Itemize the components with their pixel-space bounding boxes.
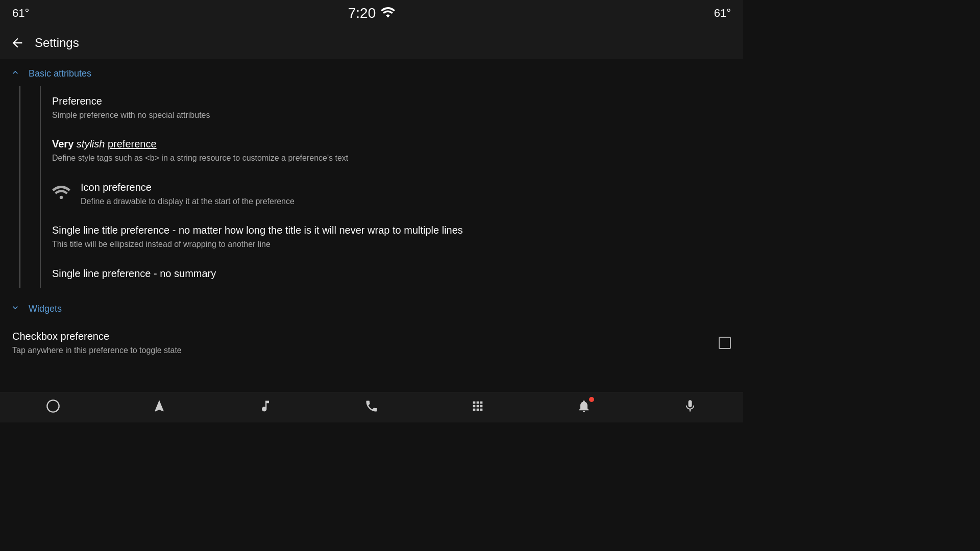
svg-point-0 [387, 15, 389, 17]
bottom-nav [0, 392, 743, 422]
single-line-title-item[interactable]: Single line title preference - no matter… [40, 215, 743, 258]
music-note-icon [258, 399, 273, 416]
nav-notifications[interactable] [569, 395, 599, 420]
icon-preference-content: Icon preference Define a drawable to dis… [52, 181, 731, 207]
svg-point-2 [47, 400, 59, 412]
stylish-preference-item[interactable]: Very stylish preference Define style tag… [40, 129, 743, 172]
single-line-title: Single line title preference - no matter… [52, 223, 716, 237]
icon-preference-text: Icon preference Define a drawable to dis… [81, 181, 295, 207]
italic-stylish: stylish [77, 138, 108, 149]
nav-apps[interactable] [462, 395, 493, 420]
chevron-up-icon[interactable] [10, 67, 20, 80]
status-temp-right: 61° [714, 7, 731, 20]
status-bar: 61° 7:20 61° [0, 0, 743, 27]
section-header-basic-attributes[interactable]: Basic attributes [0, 59, 743, 86]
stylish-preference-summary: Define style tags such as <b> in a strin… [52, 153, 731, 164]
section-title-basic-attributes: Basic attributes [29, 68, 91, 79]
wifi-pref-icon [52, 186, 70, 202]
checkbox-preference-item[interactable]: Checkbox preference Tap anywhere in this… [0, 321, 743, 364]
single-line-no-summary-item[interactable]: Single line preference - no summary [40, 259, 743, 288]
status-center: 7:20 [348, 5, 396, 21]
home-circle-icon [46, 399, 60, 416]
section-title-widgets: Widgets [29, 304, 62, 314]
preference-summary: Simple preference with no special attrib… [52, 110, 731, 121]
svg-point-1 [60, 196, 63, 199]
single-line-title-content: Single line title preference - no matter… [52, 223, 731, 250]
single-line-no-summary-title: Single line preference - no summary [52, 267, 731, 280]
directions-icon [152, 399, 166, 416]
icon-preference-title: Icon preference [81, 181, 295, 194]
icon-preference-summary: Define a drawable to display it at the s… [81, 196, 295, 207]
bold-very: Very [52, 138, 77, 149]
basic-attributes-items: Preference Simple preference with no spe… [19, 86, 743, 288]
bell-icon [577, 399, 591, 416]
status-temp-left: 61° [12, 7, 29, 20]
preference-item[interactable]: Preference Simple preference with no spe… [40, 86, 743, 129]
nav-music[interactable] [250, 395, 281, 420]
phone-icon [364, 399, 379, 416]
checkbox-preference-content: Checkbox preference Tap anywhere in this… [12, 330, 719, 356]
checkbox-preference-title: Checkbox preference [12, 330, 719, 343]
checkbox-widget[interactable] [719, 337, 731, 349]
nav-home[interactable] [38, 395, 68, 420]
mic-icon [683, 399, 697, 416]
status-time: 7:20 [348, 5, 376, 21]
icon-preference-item[interactable]: Icon preference Define a drawable to dis… [40, 172, 743, 215]
section-header-widgets[interactable]: Widgets [0, 294, 743, 321]
stylish-preference-content: Very stylish preference Define style tag… [52, 137, 731, 164]
notification-dot [589, 397, 594, 402]
app-bar: Settings [0, 27, 743, 59]
chevron-down-icon[interactable] [10, 303, 20, 315]
underline-preference: preference [108, 138, 157, 149]
single-line-title-summary: This title will be ellipsized instead of… [52, 239, 731, 250]
apps-icon [471, 399, 485, 416]
preference-item-content: Preference Simple preference with no spe… [52, 94, 731, 121]
app-bar-title: Settings [35, 36, 79, 50]
single-line-no-summary-content: Single line preference - no summary [52, 267, 731, 280]
back-button[interactable] [10, 36, 24, 50]
stylish-preference-title: Very stylish preference [52, 137, 731, 151]
wifi-icon [381, 7, 395, 19]
nav-navigation[interactable] [144, 395, 175, 420]
nav-microphone[interactable] [675, 395, 705, 420]
preference-title: Preference [52, 94, 731, 108]
nav-phone[interactable] [356, 395, 387, 420]
content: Basic attributes Preference Simple prefe… [0, 59, 743, 392]
checkbox-preference-summary: Tap anywhere in this preference to toggl… [12, 345, 719, 356]
